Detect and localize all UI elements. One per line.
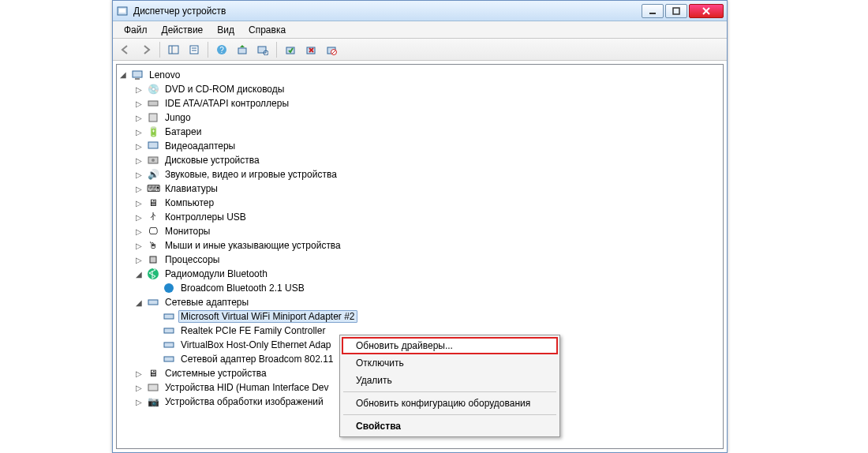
context-menu-separator xyxy=(343,391,556,392)
help-button[interactable]: ? xyxy=(212,40,231,59)
expand-icon[interactable]: ▷ xyxy=(134,397,144,406)
context-menu-update-drivers[interactable]: Обновить драйверы... xyxy=(342,337,558,354)
tree-label: VirtualBox Host-Only Ethernet Adap xyxy=(178,339,334,350)
tree-label: Компьютер xyxy=(163,197,216,208)
context-menu-label: Отключить xyxy=(356,358,404,369)
monitor-icon: 🖵 xyxy=(147,225,159,238)
tree-category-usb[interactable]: ▷Контроллеры USB xyxy=(118,210,721,224)
expand-icon[interactable]: ▷ xyxy=(134,241,144,250)
expand-icon[interactable]: ▷ xyxy=(134,127,144,137)
expand-icon[interactable]: ▷ xyxy=(134,141,144,151)
expand-icon[interactable]: ▷ xyxy=(134,170,144,179)
hid-icon xyxy=(147,381,159,394)
maximize-button[interactable] xyxy=(665,4,687,18)
uninstall-button[interactable] xyxy=(301,40,320,59)
tree-category-network[interactable]: ◢Сетевые адаптеры xyxy=(118,295,721,309)
expand-icon[interactable]: ▷ xyxy=(134,113,144,122)
tree-item-bt-broadcom[interactable]: Broadcom Bluetooth 2.1 USB xyxy=(118,281,721,295)
tree-category-dvd[interactable]: ▷💿DVD и CD-ROM дисководы xyxy=(118,82,721,96)
show-hide-tree-button[interactable] xyxy=(164,40,183,59)
tree-category-computer[interactable]: ▷🖥Компьютер xyxy=(118,196,721,210)
bluetooth-icon xyxy=(147,268,159,280)
keyboard-icon: ⌨ xyxy=(147,182,159,195)
expand-icon[interactable]: ▷ xyxy=(134,212,144,222)
tree-label: Сетевой адаптер Broadcom 802.11 xyxy=(178,354,336,365)
titlebar[interactable]: Диспетчер устройств xyxy=(113,1,727,21)
tree-label: Видеоадаптеры xyxy=(163,140,238,152)
svg-rect-27 xyxy=(148,142,158,148)
tree-category-ide[interactable]: ▷IDE ATA/ATAPI контроллеры xyxy=(118,96,721,110)
svg-rect-33 xyxy=(148,300,158,305)
context-menu-disable[interactable]: Отключить xyxy=(342,354,558,372)
tree-category-keyboard[interactable]: ▷⌨Клавиатуры xyxy=(118,182,721,196)
network-adapter-icon xyxy=(163,324,175,337)
expand-icon[interactable]: ▷ xyxy=(134,198,144,208)
collapse-icon[interactable]: ◢ xyxy=(118,70,128,80)
system-icon: 🖥 xyxy=(147,367,159,380)
expand-icon[interactable]: ▷ xyxy=(134,369,144,378)
context-menu-properties[interactable]: Свойства xyxy=(342,417,558,435)
enable-button[interactable] xyxy=(281,40,300,59)
tree-category-disk[interactable]: ▷Дисковые устройства xyxy=(118,153,721,167)
svg-rect-13 xyxy=(238,48,246,54)
sound-icon: 🔊 xyxy=(147,168,159,181)
tree-category-monitor[interactable]: ▷🖵Мониторы xyxy=(118,224,721,238)
scan-hardware-button[interactable] xyxy=(253,40,272,59)
tree-label: Клавиатуры xyxy=(163,183,220,194)
context-menu: Обновить драйверы... Отключить Удалить О… xyxy=(339,335,560,437)
ide-icon xyxy=(147,97,159,110)
menu-file[interactable]: Файл xyxy=(118,23,154,37)
tree-label: Мыши и иные указывающие устройства xyxy=(163,240,343,251)
context-menu-label: Удалить xyxy=(356,375,392,386)
expand-icon[interactable]: ▷ xyxy=(134,255,144,264)
context-menu-delete[interactable]: Удалить xyxy=(342,372,558,389)
svg-rect-3 xyxy=(673,8,679,14)
tree-category-mouse[interactable]: ▷🖱Мыши и иные указывающие устройства xyxy=(118,238,721,253)
tree-label: Батареи xyxy=(163,126,204,137)
context-menu-label: Свойства xyxy=(356,421,401,432)
tree-root[interactable]: ◢ Lenovo xyxy=(118,68,721,82)
network-adapter-icon xyxy=(163,339,175,351)
tree-category-bluetooth[interactable]: ◢Радиомодули Bluetooth xyxy=(118,267,721,281)
tree-category-cpu[interactable]: ▷Процессоры xyxy=(118,253,721,267)
disable-button[interactable] xyxy=(322,40,341,59)
window-controls xyxy=(642,4,724,18)
minimize-button[interactable] xyxy=(642,4,664,18)
svg-point-32 xyxy=(164,283,174,293)
back-button[interactable] xyxy=(116,40,135,59)
imaging-icon: 📷 xyxy=(147,395,159,408)
network-adapter-icon xyxy=(163,353,175,365)
forward-button[interactable] xyxy=(137,40,155,59)
expand-icon[interactable]: ▷ xyxy=(134,84,144,94)
network-icon xyxy=(147,296,159,309)
expand-icon[interactable]: ▷ xyxy=(134,155,144,165)
tree-category-jungo[interactable]: ▷Jungo xyxy=(118,110,721,125)
properties-button[interactable] xyxy=(185,40,204,59)
tree-label: Broadcom Bluetooth 2.1 USB xyxy=(178,283,307,294)
menu-view[interactable]: Вид xyxy=(211,23,241,37)
expand-icon[interactable]: ▷ xyxy=(134,99,144,108)
tree-category-soundgame[interactable]: ▷🔊Звуковые, видео и игровые устройства xyxy=(118,167,721,182)
app-icon xyxy=(116,5,129,17)
expand-icon[interactable]: ▷ xyxy=(134,184,144,193)
close-button[interactable] xyxy=(689,4,724,18)
collapse-icon[interactable]: ◢ xyxy=(134,298,144,307)
tree-item-net-msvwifi[interactable]: Microsoft Virtual WiFi Miniport Adapter … xyxy=(118,309,721,324)
collapse-icon[interactable]: ◢ xyxy=(134,269,144,279)
tree-label-selected: Microsoft Virtual WiFi Miniport Adapter … xyxy=(178,310,357,323)
menu-action[interactable]: Действие xyxy=(155,23,210,37)
expand-icon[interactable]: ▷ xyxy=(134,226,144,236)
context-menu-scan-hardware[interactable]: Обновить конфигурацию оборудования xyxy=(342,395,558,412)
svg-rect-26 xyxy=(149,114,157,122)
expand-icon[interactable]: ▷ xyxy=(134,383,144,392)
tree-category-battery[interactable]: ▷🔋Батареи xyxy=(118,125,721,139)
svg-rect-23 xyxy=(133,71,142,77)
display-adapter-icon xyxy=(147,140,159,152)
computer-icon: 🖥 xyxy=(147,197,159,209)
tree-label: Устройства обработки изображений xyxy=(163,396,326,407)
tree-label: Звуковые, видео и игровые устройства xyxy=(163,169,339,180)
menu-help[interactable]: Справка xyxy=(242,23,292,37)
tree-category-video[interactable]: ▷Видеоадаптеры xyxy=(118,139,721,153)
computer-icon xyxy=(131,69,144,81)
update-driver-button[interactable] xyxy=(233,40,252,59)
